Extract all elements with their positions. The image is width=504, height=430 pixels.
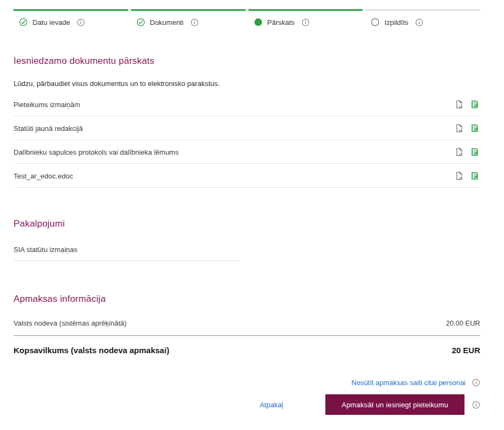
- payment-section-title: Apmaksas informācija: [14, 294, 480, 305]
- step-bar: [365, 9, 480, 11]
- submit-button[interactable]: Apmaksāt un iesniegt pieteikumu: [325, 394, 464, 415]
- document-row: Dalībnieku sapulces protokols vai dalībn…: [14, 140, 480, 164]
- empty-circle-icon: [371, 18, 379, 27]
- document-icon[interactable]: [455, 148, 463, 156]
- service-item: SIA statūtu izmaiņas: [14, 236, 240, 261]
- step-izpildits[interactable]: Izpildīts: [365, 9, 480, 27]
- document-row: Statūti jaunā redakcijā: [14, 116, 480, 140]
- info-icon[interactable]: [302, 18, 310, 27]
- payment-fee-label: Valsts nodeva (sistēmas aprēķinātā): [14, 319, 127, 327]
- back-link[interactable]: Atpakaļ: [260, 401, 283, 409]
- payment-summary-value: 20 EUR: [451, 346, 480, 355]
- step-bar: [14, 9, 128, 11]
- payment-fee-row: Valsts nodeva (sistēmas aprēķinātā) 20.0…: [14, 309, 480, 336]
- info-icon[interactable]: [77, 18, 85, 27]
- document-title: Test_ar_edoc.edoc: [14, 172, 73, 180]
- review-page: Datu ievade Dokumenti Pārskats: [0, 0, 504, 415]
- send-payment-link-row: Nosūtīt apmaksas saiti citai personai: [14, 379, 480, 387]
- signed-document-icon[interactable]: [470, 100, 479, 109]
- step-bar: [248, 9, 363, 11]
- document-icon[interactable]: [455, 124, 463, 133]
- services-section-title: Pakalpojumi: [14, 219, 480, 229]
- step-parskats[interactable]: Pārskats: [248, 9, 363, 27]
- step-label: Izpildīts: [384, 18, 408, 27]
- document-icon[interactable]: [455, 100, 463, 109]
- payment-summary-label: Kopsavilkums (valsts nodeva apmaksai): [14, 346, 169, 355]
- info-icon[interactable]: [472, 401, 480, 409]
- document-list: Pieteikums izmaiņām Statūti jaunā redakc…: [14, 92, 480, 188]
- step-dokumenti[interactable]: Dokumenti: [131, 9, 246, 27]
- step-label: Pārskats: [267, 18, 295, 27]
- step-datu-ievade[interactable]: Datu ievade: [14, 9, 128, 27]
- step-indicator: Datu ievade Dokumenti Pārskats: [14, 0, 480, 27]
- check-circle-icon: [19, 18, 28, 27]
- info-icon[interactable]: [191, 18, 199, 27]
- document-title: Statūti jaunā redakcijā: [14, 124, 83, 133]
- step-label: Datu ievade: [32, 18, 70, 27]
- document-row: Test_ar_edoc.edoc: [14, 164, 480, 188]
- info-icon[interactable]: [415, 18, 423, 27]
- documents-section-subtitle: Lūdzu, pārbaudiet visus dokumentus un to…: [14, 80, 480, 88]
- actions-row: Atpakaļ Apmaksāt un iesniegt pieteikumu: [14, 394, 480, 415]
- send-payment-link[interactable]: Nosūtīt apmaksas saiti citai personai: [351, 379, 466, 387]
- filled-circle-icon: [254, 18, 263, 27]
- step-bar: [131, 9, 246, 11]
- signed-document-icon[interactable]: [470, 171, 479, 180]
- info-icon[interactable]: [472, 379, 480, 387]
- document-title: Dalībnieku sapulces protokols vai dalībn…: [14, 148, 179, 156]
- payment-summary-row: Kopsavilkums (valsts nodeva apmaksai) 20…: [14, 336, 480, 363]
- document-icon[interactable]: [455, 171, 463, 180]
- documents-section-title: Iesniedzamo dokumentu pārskats: [14, 56, 480, 67]
- payment-fee-value: 20.00 EUR: [446, 319, 480, 327]
- signed-document-icon[interactable]: [470, 148, 479, 156]
- document-title: Pieteikums izmaiņām: [14, 101, 80, 109]
- document-row: Pieteikums izmaiņām: [14, 92, 480, 116]
- signed-document-icon[interactable]: [470, 124, 479, 133]
- check-circle-icon: [136, 18, 145, 27]
- step-label: Dokumenti: [150, 18, 184, 27]
